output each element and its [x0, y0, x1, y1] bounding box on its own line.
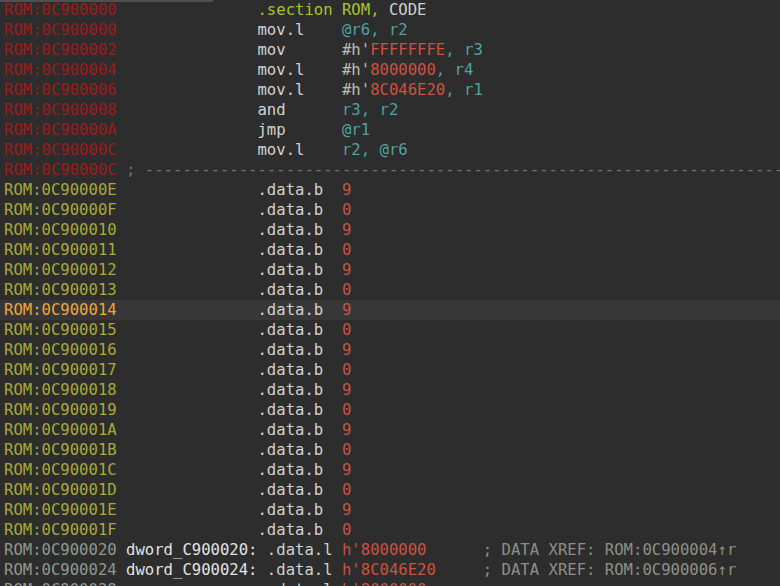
operand: , r3	[445, 40, 483, 60]
label: dword_C900024:	[126, 560, 257, 580]
value: 9	[342, 260, 351, 280]
address: ROM:0C900014	[4, 300, 117, 320]
value: 9	[342, 180, 351, 200]
imm-prefix: #h'	[342, 60, 370, 80]
value: h'8000000	[342, 540, 427, 560]
operand: r2, @r6	[342, 140, 408, 160]
address: ROM:0C900008	[4, 100, 117, 120]
listing-line[interactable]: ROM:0C900004mov.l#h'8000000, r4	[0, 60, 780, 80]
listing-line[interactable]: ROM:0C900024dword_C900024:.data.lh'8C046…	[0, 560, 780, 580]
listing-line[interactable]: ROM:0C900020dword_C900020:.data.lh'80000…	[0, 540, 780, 560]
address: ROM:0C90001D	[4, 480, 117, 500]
operand: , r4	[436, 60, 474, 80]
listing-line-current[interactable]: ROM:0C900014.data.b9	[0, 300, 780, 320]
mnemonic: .data.b	[257, 460, 323, 480]
address: ROM:0C90000C	[4, 160, 117, 180]
mnemonic: .data.b	[257, 420, 323, 440]
listing-line[interactable]: ROM:0C90001B.data.b0	[0, 440, 780, 460]
address: ROM:0C900012	[4, 260, 117, 280]
mnemonic: .data.b	[257, 240, 323, 260]
operand: @r6, r2	[342, 20, 408, 40]
listing-line[interactable]: ROM:0C900012.data.b9	[0, 260, 780, 280]
address: ROM:0C900006	[4, 80, 117, 100]
address: ROM:0C900018	[4, 380, 117, 400]
address: ROM:0C900013	[4, 280, 117, 300]
address: ROM:0C90001E	[4, 500, 117, 520]
value: 9	[342, 460, 351, 480]
disassembly-listing[interactable]: ROM:0C900000.sectionROM,CODEROM:0C900000…	[0, 0, 780, 586]
directive: .section	[257, 0, 332, 20]
operand: @r1	[342, 120, 370, 140]
value: 9	[342, 420, 351, 440]
listing-line[interactable]: ROM:0C90000Ajmp@r1	[0, 120, 780, 140]
listing-line[interactable]: ROM:0C900000mov.l@r6, r2	[0, 20, 780, 40]
value: h'8C046E20	[342, 560, 436, 580]
address: ROM:0C900028	[4, 580, 117, 586]
operand: r3, r2	[342, 100, 398, 120]
listing-line[interactable]: ROM:0C90001C.data.b9	[0, 460, 780, 480]
listing-line[interactable]: ROM:0C90001F.data.b0	[0, 520, 780, 540]
address: ROM:0C900015	[4, 320, 117, 340]
mnemonic: .data.b	[257, 480, 323, 500]
value: 0	[342, 400, 351, 420]
operand: CODE	[389, 0, 427, 20]
mnemonic: .data.b	[257, 400, 323, 420]
divider-comment: ; --------------------------------------…	[126, 160, 780, 180]
listing-line[interactable]: ROM:0C900010.data.b9	[0, 220, 780, 240]
mnemonic: mov	[257, 40, 285, 60]
value: 9	[342, 220, 351, 240]
value: 0	[342, 480, 351, 500]
listing-line[interactable]: ROM:0C900000.sectionROM,CODE	[0, 0, 780, 20]
listing-line[interactable]: ROM:0C900016.data.b9	[0, 340, 780, 360]
mnemonic: .data.b	[257, 200, 323, 220]
address: ROM:0C900004	[4, 60, 117, 80]
value: 0	[342, 280, 351, 300]
mnemonic: jmp	[257, 120, 285, 140]
address: ROM:0C900024	[4, 560, 117, 580]
listing-line[interactable]: ROM:0C900013.data.b0	[0, 280, 780, 300]
imm-value: FFFFFFFE	[370, 40, 445, 60]
imm-prefix: #h'	[342, 80, 370, 100]
value: 9	[342, 500, 351, 520]
label: dword_C900020:	[126, 540, 257, 560]
address: ROM:0C900016	[4, 340, 117, 360]
listing-line[interactable]: ROM:0C900019.data.b0	[0, 400, 780, 420]
mnemonic: .data.l	[267, 560, 333, 580]
mnemonic: .data.b	[257, 260, 323, 280]
value: 0	[342, 320, 351, 340]
listing-line[interactable]: ROM:0C90000E.data.b9	[0, 180, 780, 200]
value: 0	[342, 240, 351, 260]
mnemonic: mov.l	[257, 20, 304, 40]
address: ROM:0C900019	[4, 400, 117, 420]
mnemonic: .data.b	[257, 380, 323, 400]
address: ROM:0C900000	[4, 0, 117, 20]
listing-line[interactable]: ROM:0C90000Cmov.lr2, @r6	[0, 140, 780, 160]
mnemonic: .data.b	[257, 320, 323, 340]
listing-line[interactable]: ROM:0C90000C; --------------------------…	[0, 160, 780, 180]
listing-line[interactable]: ROM:0C900017.data.b0	[0, 360, 780, 380]
disassembly-window: { "colors": { "background": "#2d2d2d", "…	[0, 0, 780, 586]
mnemonic: mov.l	[257, 80, 304, 100]
listing-line[interactable]: ROM:0C90001E.data.b9	[0, 500, 780, 520]
value: 0	[342, 440, 351, 460]
listing-line[interactable]: ROM:0C90001A.data.b9	[0, 420, 780, 440]
listing-line[interactable]: ROM:0C900006mov.l#h'8C046E20, r1	[0, 80, 780, 100]
mnemonic: .data.b	[257, 340, 323, 360]
operand: , r1	[445, 80, 483, 100]
listing-line[interactable]: ROM:0C900028.data.lh'8000000	[0, 580, 780, 586]
address: ROM:0C900010	[4, 220, 117, 240]
mnemonic: and	[257, 100, 285, 120]
listing-line[interactable]: ROM:0C900011.data.b0	[0, 240, 780, 260]
listing-line[interactable]: ROM:0C900018.data.b9	[0, 380, 780, 400]
address: ROM:0C900011	[4, 240, 117, 260]
mnemonic: mov.l	[257, 140, 304, 160]
mnemonic: .data.b	[257, 180, 323, 200]
listing-line[interactable]: ROM:0C90000F.data.b0	[0, 200, 780, 220]
xref-comment: ; DATA XREF: ROM:0C900006↑r	[483, 560, 736, 580]
listing-line[interactable]: ROM:0C900015.data.b0	[0, 320, 780, 340]
listing-line[interactable]: ROM:0C900002mov#h'FFFFFFFE, r3	[0, 40, 780, 60]
address: ROM:0C90000C	[4, 140, 117, 160]
listing-line[interactable]: ROM:0C90001D.data.b0	[0, 480, 780, 500]
xref-comment: ; DATA XREF: ROM:0C900004↑r	[483, 540, 736, 560]
listing-line[interactable]: ROM:0C900008andr3, r2	[0, 100, 780, 120]
